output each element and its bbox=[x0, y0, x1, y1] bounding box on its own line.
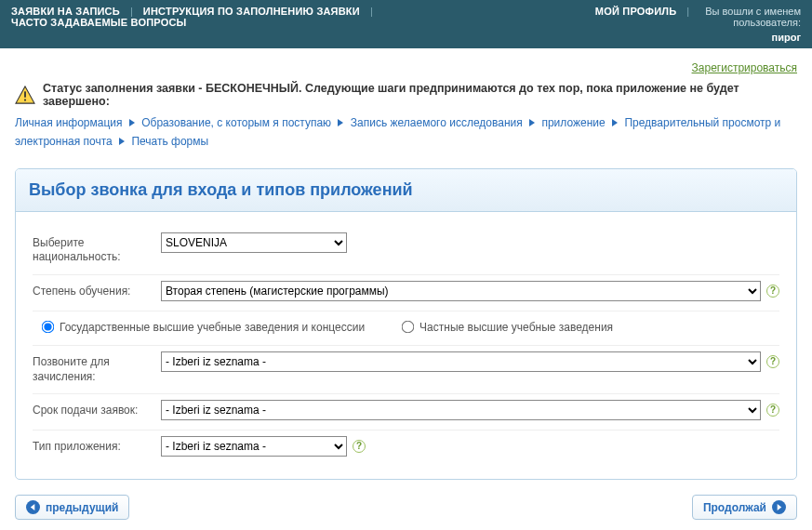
svg-marker-3 bbox=[129, 119, 135, 126]
degree-select[interactable]: Вторая степень (магистерские программы) bbox=[161, 281, 761, 301]
breadcrumb-step[interactable]: Запись желаемого исследования bbox=[351, 116, 523, 129]
chevron-right-icon bbox=[336, 113, 345, 132]
next-button[interactable]: Продолжай bbox=[692, 495, 797, 520]
apptype-select[interactable]: - Izberi iz seznama - bbox=[161, 436, 347, 457]
degree-label: Степень обучения: bbox=[33, 281, 152, 299]
svg-marker-7 bbox=[119, 138, 125, 145]
help-icon[interactable]: ? bbox=[766, 285, 779, 298]
nationality-select[interactable]: SLOVENIJA bbox=[161, 232, 347, 253]
nav-link-instructions[interactable]: ИНСТРУКЦИЯ ПО ЗАПОЛНЕНИЮ ЗАЯВКИ bbox=[143, 6, 360, 17]
username: пирог bbox=[536, 32, 801, 43]
help-icon[interactable]: ? bbox=[766, 355, 779, 368]
chevron-right-icon bbox=[117, 132, 126, 151]
apptype-label: Тип приложения: bbox=[33, 436, 152, 455]
prev-button-label: предыдущий bbox=[46, 501, 118, 514]
panel-header: Выбор звонка для входа и типов приложени… bbox=[16, 169, 796, 212]
register-link[interactable]: Зарегистрироваться bbox=[692, 61, 797, 74]
chevron-right-icon bbox=[127, 113, 137, 132]
radio-public-label: Государственные высшие учебные заведения… bbox=[60, 321, 365, 334]
arrow-right-icon bbox=[772, 500, 786, 514]
svg-marker-8 bbox=[31, 504, 35, 510]
next-button-label: Продолжай bbox=[703, 501, 766, 514]
warning-icon bbox=[15, 86, 35, 104]
arrow-left-icon bbox=[26, 500, 40, 514]
help-icon[interactable]: ? bbox=[353, 440, 366, 453]
svg-marker-5 bbox=[529, 119, 535, 126]
breadcrumb-step[interactable]: Образование, с которым я поступаю bbox=[141, 116, 331, 129]
status-text: Статус заполнения заявки - БЕСКОНЕЧНЫЙ. … bbox=[43, 82, 797, 108]
radio-private-label: Частные высшие учебные заведения bbox=[419, 321, 613, 334]
top-nav: ЗАЯВКИ НА ЗАПИСЬ | ИНСТРУКЦИЯ ПО ЗАПОЛНЕ… bbox=[0, 0, 812, 48]
radio-private[interactable]: Частные высшие учебные заведения bbox=[402, 321, 613, 334]
panel: Выбор звонка для входа и типов приложени… bbox=[15, 168, 797, 480]
svg-rect-1 bbox=[24, 91, 26, 97]
radio-public[interactable]: Государственные высшие учебные заведения… bbox=[42, 321, 365, 334]
nav-link-applications[interactable]: ЗАЯВКИ НА ЗАПИСЬ bbox=[11, 6, 120, 17]
breadcrumb-step[interactable]: приложение bbox=[541, 116, 605, 129]
prev-button[interactable]: предыдущий bbox=[15, 495, 129, 520]
nav-link-faq[interactable]: ЧАСТО ЗАДАВАЕМЫЕ ВОПРОСЫ bbox=[11, 17, 187, 28]
svg-marker-9 bbox=[778, 504, 782, 510]
chevron-right-icon bbox=[610, 113, 619, 132]
breadcrumb-step[interactable]: Печать формы bbox=[131, 135, 208, 148]
svg-rect-2 bbox=[24, 99, 26, 101]
logged-in-label: Вы вошли с именем пользователя: bbox=[705, 6, 801, 28]
svg-marker-4 bbox=[338, 119, 343, 126]
panel-title: Выбор звонка для входа и типов приложени… bbox=[29, 180, 783, 200]
nationality-label: Выберите национальность: bbox=[33, 232, 152, 265]
breadcrumb: Личная информация Образование, с которым… bbox=[15, 113, 797, 152]
call-select[interactable]: - Izberi iz seznama - bbox=[161, 351, 761, 372]
radio-private-input[interactable] bbox=[402, 321, 415, 334]
chevron-right-icon bbox=[527, 113, 537, 132]
help-icon[interactable]: ? bbox=[766, 404, 779, 417]
deadline-select[interactable]: - Izberi iz seznama - bbox=[161, 400, 761, 420]
call-label: Позвоните для зачисления: bbox=[33, 351, 152, 384]
breadcrumb-step[interactable]: Личная информация bbox=[15, 116, 123, 129]
nav-link-profile[interactable]: МОЙ ПРОФИЛЬ bbox=[595, 6, 676, 17]
deadline-label: Срок подачи заявок: bbox=[33, 400, 152, 418]
radio-public-input[interactable] bbox=[42, 321, 55, 334]
svg-marker-6 bbox=[612, 119, 618, 126]
